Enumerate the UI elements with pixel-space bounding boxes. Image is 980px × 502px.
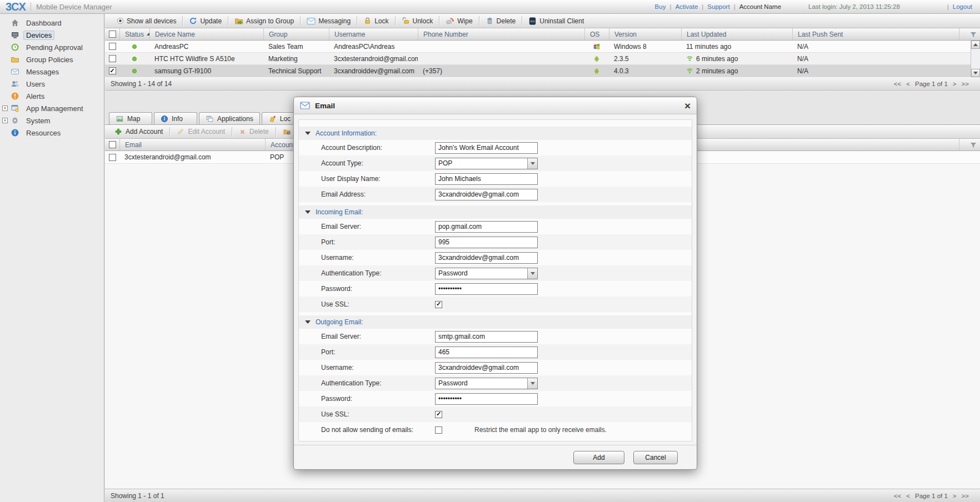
next-page-button[interactable]: > bbox=[953, 493, 957, 499]
filter-funnel-icon[interactable] bbox=[970, 142, 977, 148]
row-checkbox[interactable] bbox=[109, 154, 116, 161]
outgoing-password-input[interactable] bbox=[435, 393, 538, 405]
prev-page-button[interactable]: < bbox=[906, 81, 910, 87]
folder-icon bbox=[10, 55, 19, 64]
first-page-button[interactable]: << bbox=[894, 493, 901, 499]
add-button[interactable]: Add bbox=[573, 451, 624, 464]
row-checkbox[interactable] bbox=[109, 55, 116, 62]
sidebar-item-app-management[interactable]: + App Management bbox=[0, 102, 104, 114]
sidebar-item-messages[interactable]: Messages bbox=[0, 66, 104, 78]
unlock-button[interactable]: Unlock bbox=[397, 14, 438, 28]
section-outgoing-email[interactable]: Outgoing Email: bbox=[299, 315, 692, 329]
messaging-button[interactable]: Messaging bbox=[302, 14, 356, 28]
select-all-checkbox[interactable] bbox=[105, 28, 119, 40]
scroll-up-button[interactable] bbox=[971, 41, 980, 49]
sidebar-item-users[interactable]: Users bbox=[0, 78, 104, 90]
table-row[interactable]: HTC HTC Wildfire S A510e Marketing 3cxte… bbox=[105, 53, 980, 65]
column-header-username[interactable]: Username bbox=[329, 28, 418, 40]
no-sending-checkbox[interactable] bbox=[435, 426, 442, 434]
user-display-name-input[interactable] bbox=[435, 173, 538, 185]
uninstall-client-button[interactable]: 3CX Uninstall Client bbox=[523, 14, 589, 28]
dropdown-chevron-icon[interactable] bbox=[527, 378, 537, 389]
prev-page-button[interactable]: < bbox=[906, 493, 910, 499]
incoming-username-input[interactable] bbox=[435, 252, 538, 264]
scroll-down-button[interactable] bbox=[971, 69, 980, 77]
outgoing-server-input[interactable] bbox=[435, 331, 538, 343]
sidebar-item-pending-approval[interactable]: Pending Approval bbox=[0, 41, 104, 53]
row-checkbox[interactable] bbox=[109, 43, 116, 50]
monitor-icon bbox=[10, 31, 19, 39]
tab-map[interactable]: Map bbox=[109, 112, 152, 124]
wipe-button[interactable]: Wipe bbox=[441, 14, 477, 28]
expand-plus-icon[interactable]: + bbox=[2, 118, 8, 123]
tab-label: Info bbox=[172, 115, 183, 123]
lock-button[interactable]: Lock bbox=[358, 14, 393, 28]
cancel-button[interactable]: Cancel bbox=[633, 451, 678, 464]
sidebar-item-system[interactable]: + System bbox=[0, 114, 104, 127]
checkbox[interactable] bbox=[109, 141, 116, 148]
column-header-last-updated[interactable]: Last Updated bbox=[681, 28, 792, 40]
section-account-information[interactable]: Account Information: bbox=[299, 127, 692, 140]
column-header-last-push[interactable]: Last Push Sent bbox=[792, 28, 959, 40]
lock-icon bbox=[363, 17, 372, 25]
table-row-selected[interactable]: samsung GT-I9100 Technical Support 3cxan… bbox=[105, 65, 980, 77]
sidebar-item-devices[interactable]: Devices bbox=[0, 29, 104, 41]
last-page-button[interactable]: >> bbox=[962, 493, 969, 499]
next-page-button[interactable]: > bbox=[953, 81, 957, 87]
incoming-password-input[interactable] bbox=[435, 283, 538, 295]
column-header-version[interactable]: Version bbox=[609, 28, 681, 40]
tab-applications[interactable]: Applications bbox=[199, 112, 260, 124]
account-description-input[interactable] bbox=[435, 142, 538, 154]
table-row[interactable]: AndreasPC Sales Team AndreasPC\Andreas W… bbox=[105, 41, 980, 53]
incoming-auth-type-select[interactable]: Password bbox=[435, 268, 538, 279]
column-header-phone[interactable]: Phone Number bbox=[418, 28, 584, 40]
expand-plus-icon[interactable]: + bbox=[2, 106, 8, 111]
field-label: Account Description: bbox=[321, 144, 435, 152]
sidebar-item-resources[interactable]: Resources bbox=[0, 127, 104, 139]
checkbox[interactable] bbox=[109, 31, 116, 38]
last-page-button[interactable]: >> bbox=[962, 81, 969, 87]
buy-link[interactable]: Buy bbox=[655, 3, 666, 10]
incoming-port-input[interactable] bbox=[435, 237, 538, 248]
column-header-email[interactable]: Email bbox=[119, 139, 265, 150]
assign-to-group-button[interactable]: Assign to Group bbox=[229, 14, 299, 28]
outgoing-auth-type-select[interactable]: Password bbox=[435, 378, 538, 389]
edit-account-button[interactable]: Edit Account bbox=[171, 125, 231, 138]
outgoing-username-input[interactable] bbox=[435, 362, 538, 374]
outgoing-port-input[interactable] bbox=[435, 347, 538, 358]
incoming-use-ssl-checkbox[interactable] bbox=[435, 301, 442, 308]
device-table-header: Status Device Name Group Username Phone … bbox=[105, 28, 980, 41]
dropdown-chevron-icon[interactable] bbox=[527, 268, 537, 279]
row-checkbox[interactable] bbox=[109, 67, 116, 74]
email-address-input[interactable] bbox=[435, 189, 538, 200]
delete-account-button[interactable]: Delete bbox=[233, 125, 274, 138]
support-link[interactable]: Support bbox=[707, 3, 729, 10]
sidebar-item-label: Users bbox=[23, 79, 48, 89]
column-header-device-name[interactable]: Device Name bbox=[149, 28, 263, 40]
close-icon[interactable]: × bbox=[684, 101, 691, 111]
add-account-button[interactable]: Add Account bbox=[109, 125, 168, 138]
logout-link[interactable]: Logout bbox=[953, 3, 972, 10]
section-incoming-email[interactable]: Incoming Email: bbox=[299, 205, 692, 219]
first-page-button[interactable]: << bbox=[894, 81, 901, 87]
filter-funnel-icon[interactable] bbox=[970, 31, 977, 38]
column-header-status[interactable]: Status bbox=[119, 28, 149, 40]
sidebar-item-alerts[interactable]: Alerts bbox=[0, 90, 104, 102]
select-all-checkbox[interactable] bbox=[105, 139, 119, 150]
sidebar-item-group-policies[interactable]: Group Policies bbox=[0, 53, 104, 66]
sidebar-item-dashboard[interactable]: Dashboard bbox=[0, 17, 104, 29]
toolbar-separator bbox=[169, 127, 170, 137]
tab-info[interactable]: Info bbox=[154, 112, 197, 124]
activate-link[interactable]: Activate bbox=[675, 3, 698, 10]
show-all-devices-button[interactable]: Show all devices bbox=[112, 14, 181, 28]
update-button[interactable]: Update bbox=[184, 14, 227, 28]
dropdown-chevron-icon[interactable] bbox=[527, 158, 537, 169]
device-table-scrollbar[interactable] bbox=[971, 41, 980, 77]
column-header-group[interactable]: Group bbox=[263, 28, 329, 40]
outgoing-use-ssl-checkbox[interactable] bbox=[435, 411, 442, 418]
incoming-server-input[interactable] bbox=[435, 221, 538, 233]
column-header-os[interactable]: OS bbox=[584, 28, 609, 40]
account-type-select[interactable]: POP bbox=[435, 158, 538, 169]
device-toolbar: Show all devices Update Assign to Group … bbox=[105, 14, 980, 28]
delete-button[interactable]: Delete bbox=[481, 14, 521, 28]
